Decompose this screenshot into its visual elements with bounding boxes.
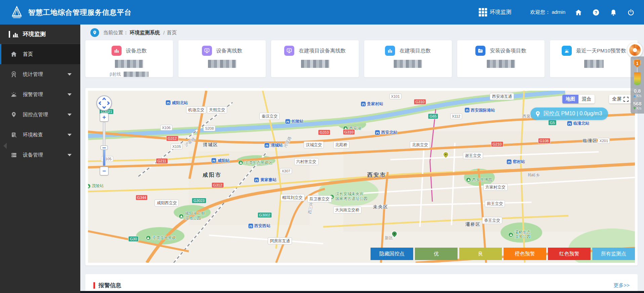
- bell-icon[interactable]: [609, 8, 618, 17]
- road-badge: X101: [389, 94, 401, 99]
- road-badge: G3002: [257, 212, 272, 218]
- map-label: 田王立交: [485, 200, 505, 207]
- map-label: 大兴路立交桥: [333, 206, 361, 213]
- map-label: 帽耳刘立交: [281, 194, 305, 201]
- section-title-bar: [93, 282, 95, 289]
- zoom-slider-handle[interactable]: [100, 145, 108, 150]
- zoom-in-button[interactable]: +: [100, 113, 109, 122]
- stat-card-title: 设备总数: [126, 47, 147, 54]
- map-label: 黄家寨站: [254, 177, 276, 183]
- more-link[interactable]: 更多>>: [613, 282, 630, 289]
- top-bar: 智慧工地综合管理服务信息平台 环境监测 欢迎您： admin ?: [0, 0, 644, 25]
- zoom-out-button[interactable]: −: [100, 167, 109, 175]
- metro-station-icon: [360, 101, 366, 107]
- sidebar-item-statistics[interactable]: 统计管理: [0, 64, 80, 84]
- username: admin: [552, 9, 565, 15]
- sidebar-item-home[interactable]: 首页: [0, 44, 80, 64]
- chevron-down-icon: [68, 154, 72, 156]
- breadcrumb-page: 首页: [167, 30, 177, 36]
- sidebar-item-national-points[interactable]: 国控点管理: [0, 104, 80, 125]
- sidebar: 环境监测 首页 统计管理 报警管理 国控点管理 环境检查 设备管理: [0, 25, 80, 293]
- legend-button[interactable]: 优: [415, 248, 458, 260]
- map-label: 咸阳北站: [165, 100, 188, 106]
- road-badge: G65: [428, 114, 438, 119]
- redacted-value: [487, 60, 515, 68]
- speed-monitor-logo-icon[interactable]: [627, 42, 643, 58]
- map-label: 六村堡立交: [294, 158, 318, 165]
- road-badge: G310: [343, 129, 355, 135]
- legend-button[interactable]: 隐藏国控点: [371, 248, 413, 260]
- sidebar-item-label: 环境检查: [23, 132, 43, 138]
- legend-button[interactable]: 红色预警: [548, 248, 591, 260]
- map-legend: 隐藏国控点优良橙色预警红色预警所有监测点: [371, 248, 635, 260]
- legend-button[interactable]: 橙色预警: [504, 248, 546, 260]
- upload-unit: K/s: [637, 94, 641, 98]
- map-label: 香王立交: [482, 217, 502, 224]
- map-type-toggle: 地图 混合: [562, 95, 595, 103]
- stat-card-title: 在建项目设备离线数: [299, 47, 346, 54]
- module-switcher[interactable]: 环境监测: [479, 8, 511, 16]
- download-unit: K/s: [637, 107, 641, 110]
- road-badge: X106: [160, 125, 172, 130]
- map-label: 涝渭湿地景观: [146, 236, 176, 241]
- map-label: 未央区: [373, 204, 388, 210]
- map-label: 渭城站: [264, 142, 283, 148]
- home-icon[interactable]: [574, 8, 583, 17]
- sidebar-item-inspection[interactable]: 环境检查: [0, 125, 80, 145]
- road-badge: G30: [128, 236, 139, 242]
- sidebar-item-alarm[interactable]: 报警管理: [0, 84, 80, 104]
- alarm-icon: [562, 46, 572, 56]
- stat-card-title: 设备离线数: [216, 47, 243, 54]
- breadcrumb: 当前位置： 环境监测系统 / 首页: [80, 25, 644, 41]
- pm10-tooltip[interactable]: 国控点 PM10 | 0.0μg/m3: [530, 108, 608, 120]
- map-label: 咸阳湖二期 湿地公园: [179, 211, 205, 221]
- zoom-slider-track[interactable]: [103, 122, 105, 166]
- stat-card-device-offline: 设备离线数: [178, 40, 266, 77]
- road-badge: X112: [450, 114, 462, 119]
- bar-chart-icon: [112, 46, 122, 56]
- breadcrumb-system: 环境监测系统: [130, 30, 160, 36]
- legend-button[interactable]: 良: [459, 248, 502, 260]
- sidebar-item-label: 报警管理: [23, 91, 43, 98]
- metro-station-icon: [165, 100, 171, 106]
- svg-text:?: ?: [595, 10, 597, 15]
- home-icon: [10, 50, 17, 58]
- metro-station-icon: [375, 130, 380, 135]
- module-label: 环境监测: [490, 9, 511, 16]
- map-label: 咸阳站: [211, 158, 229, 163]
- monitor-x-icon: [202, 46, 212, 56]
- alarm-light-icon: [10, 91, 17, 98]
- road-badge: G108: [538, 138, 550, 143]
- map-label: 阿房宫互通: [268, 237, 292, 244]
- map-type-hybrid-button[interactable]: 混合: [578, 95, 595, 103]
- map-label: 长陵站: [285, 119, 303, 124]
- redacted-value: [208, 60, 236, 68]
- map-label: 沣渭生态景观区: [238, 160, 272, 165]
- map-type-map-button[interactable]: 地图: [562, 95, 578, 103]
- legend-button[interactable]: 所有监测点: [592, 248, 635, 260]
- map-canvas[interactable]: 咸阳北站贵家村站西安北站西安国际港站临潼北站窑村站长陵站渭城站咸阳站黄家寨站西安…: [88, 91, 635, 263]
- sidebar-item-devices[interactable]: 设备管理: [0, 145, 80, 165]
- arrow-up-icon: [633, 95, 636, 97]
- stat-cards-row: 设备总数 β射线 设备离线数 在建项目设备离线数 在建项目总数 安装设备项目数: [85, 40, 638, 77]
- map-zoom-control: + −: [100, 113, 109, 175]
- help-icon[interactable]: ?: [592, 8, 600, 17]
- sidebar-title: 环境监测: [23, 30, 46, 38]
- alarm-section: 报警信息 更多>>: [85, 274, 638, 292]
- map-pan-compass[interactable]: [96, 95, 112, 111]
- sidebar-item-label: 首页: [23, 51, 33, 57]
- download-speed: 568: [633, 101, 641, 107]
- road-badge: G5: [548, 120, 557, 125]
- map-label: 韩峪乡: [528, 172, 540, 178]
- monitor-x-icon: [284, 46, 294, 56]
- metro-station-icon: [464, 108, 470, 113]
- grid-icon: [479, 8, 487, 16]
- stat-card-device-total: 设备总数 β射线: [85, 40, 173, 77]
- breadcrumb-prefix: 当前位置：: [103, 30, 128, 36]
- redacted-value: [394, 60, 422, 68]
- power-icon[interactable]: [627, 8, 635, 17]
- metro-station-icon: [248, 223, 253, 228]
- map-label: 临潼区: [583, 138, 598, 144]
- sidebar-collapse-icon[interactable]: [3, 143, 7, 149]
- shield-badge[interactable]: 1: [634, 59, 641, 68]
